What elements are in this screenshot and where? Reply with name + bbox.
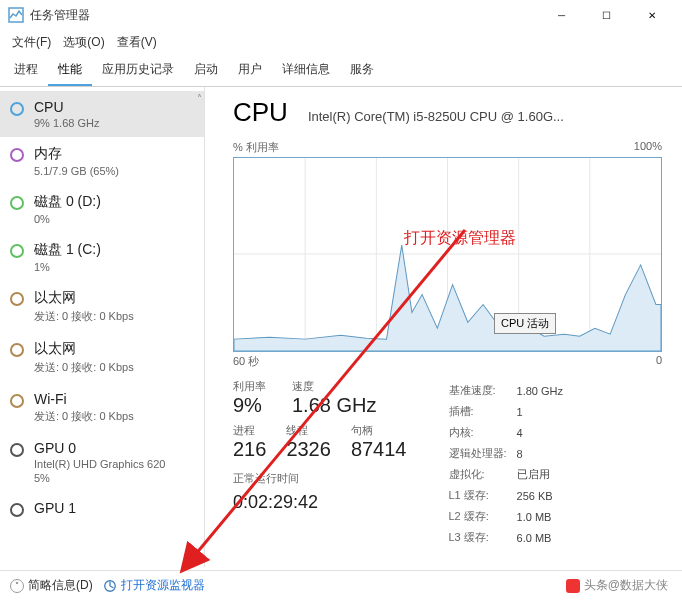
app-icon	[8, 7, 24, 23]
cpu-heading: CPU	[233, 97, 288, 128]
sidebar-item-title: 内存	[34, 145, 119, 163]
stat-block: 句柄87414	[351, 423, 407, 461]
sidebar-item-title: 以太网	[34, 289, 134, 307]
sidebar-item-5[interactable]: 以太网发送: 0 接收: 0 Kbps	[0, 332, 204, 383]
uptime-label: 正常运行时间	[233, 471, 407, 486]
menu-view[interactable]: 查看(V)	[113, 32, 161, 53]
cpu-graph[interactable]: 打开资源管理器 CPU 活动	[233, 157, 662, 352]
watermark: 头条@数据大侠	[566, 577, 668, 594]
tab-6[interactable]: 服务	[340, 55, 384, 86]
chevron-down-icon: ˅	[10, 579, 24, 593]
stat-block: 速度1.68 GHz	[292, 379, 376, 417]
sidebar-item-4[interactable]: 以太网发送: 0 接收: 0 Kbps	[0, 281, 204, 332]
watermark-logo-icon	[566, 579, 580, 593]
sidebar-item-2[interactable]: 磁盘 0 (D:)0%	[0, 185, 204, 233]
sidebar-item-1[interactable]: 内存5.1/7.9 GB (65%)	[0, 137, 204, 185]
sidebar-item-title: GPU 1	[34, 500, 76, 516]
sidebar-item-0[interactable]: CPU9% 1.68 GHz	[0, 91, 204, 137]
menu-options[interactable]: 选项(O)	[59, 32, 108, 53]
cpu-model: Intel(R) Core(TM) i5-8250U CPU @ 1.60G..…	[308, 109, 564, 124]
minimize-button[interactable]: ─	[539, 0, 584, 30]
sidebar-item-3[interactable]: 磁盘 1 (C:)1%	[0, 233, 204, 281]
graph-tooltip: CPU 活动	[494, 313, 556, 334]
sidebar-item-sub: Intel(R) UHD Graphics 620	[34, 458, 165, 470]
sidebar-item-sub: 5%	[34, 472, 165, 484]
x-axis-right: 0	[656, 354, 662, 369]
status-ring-icon	[10, 244, 24, 258]
sidebar-item-sub: 1%	[34, 261, 101, 273]
sidebar-item-title: 磁盘 1 (C:)	[34, 241, 101, 259]
sidebar-item-sub: 发送: 0 接收: 0 Kbps	[34, 309, 134, 324]
status-ring-icon	[10, 443, 24, 457]
close-button[interactable]: ✕	[629, 0, 674, 30]
tab-0[interactable]: 进程	[4, 55, 48, 86]
cpu-specs: 基准速度:1.80 GHz插槽:1内核:4逻辑处理器:8虚拟化:已启用L1 缓存…	[447, 379, 574, 549]
status-ring-icon	[10, 343, 24, 357]
sidebar-item-6[interactable]: Wi-Fi发送: 0 接收: 0 Kbps	[0, 383, 204, 432]
sidebar-item-sub: 发送: 0 接收: 0 Kbps	[34, 360, 134, 375]
stat-block: 进程216	[233, 423, 266, 461]
status-ring-icon	[10, 102, 24, 116]
tab-2[interactable]: 应用历史记录	[92, 55, 184, 86]
sidebar-item-8[interactable]: GPU 1	[0, 492, 204, 525]
status-ring-icon	[10, 503, 24, 517]
tab-1[interactable]: 性能	[48, 55, 92, 86]
sidebar-item-title: CPU	[34, 99, 99, 115]
sidebar-item-sub: 5.1/7.9 GB (65%)	[34, 165, 119, 177]
window-title: 任务管理器	[30, 7, 539, 24]
monitor-icon	[103, 579, 117, 593]
x-axis-left: 60 秒	[233, 354, 259, 369]
main-panel: CPU Intel(R) Core(TM) i5-8250U CPU @ 1.6…	[205, 87, 682, 567]
sidebar-item-title: GPU 0	[34, 440, 165, 456]
sidebar[interactable]: ˄ CPU9% 1.68 GHz内存5.1/7.9 GB (65%)磁盘 0 (…	[0, 87, 205, 567]
maximize-button[interactable]: ☐	[584, 0, 629, 30]
sidebar-item-sub: 9% 1.68 GHz	[34, 117, 99, 129]
sidebar-item-sub: 0%	[34, 213, 101, 225]
util-max: 100%	[634, 140, 662, 155]
tab-3[interactable]: 启动	[184, 55, 228, 86]
sidebar-item-7[interactable]: GPU 0Intel(R) UHD Graphics 6205%	[0, 432, 204, 492]
tabs: 进程性能应用历史记录启动用户详细信息服务	[0, 55, 682, 87]
resource-monitor-link[interactable]: 打开资源监视器	[103, 577, 205, 594]
stat-block: 利用率9%	[233, 379, 266, 417]
tab-5[interactable]: 详细信息	[272, 55, 340, 86]
tab-4[interactable]: 用户	[228, 55, 272, 86]
sidebar-item-title: 磁盘 0 (D:)	[34, 193, 101, 211]
annotation-text: 打开资源管理器	[404, 228, 516, 249]
menubar: 文件(F) 选项(O) 查看(V)	[0, 30, 682, 55]
stat-block: 线程2326	[286, 423, 331, 461]
status-ring-icon	[10, 394, 24, 408]
brief-info-button[interactable]: ˅ 简略信息(D)	[10, 577, 93, 594]
status-ring-icon	[10, 292, 24, 306]
uptime-value: 0:02:29:42	[233, 492, 407, 513]
status-ring-icon	[10, 196, 24, 210]
status-ring-icon	[10, 148, 24, 162]
menu-file[interactable]: 文件(F)	[8, 32, 55, 53]
scroll-up-icon[interactable]: ˄	[197, 93, 202, 104]
sidebar-item-title: 以太网	[34, 340, 134, 358]
util-label: % 利用率	[233, 140, 279, 155]
titlebar: 任务管理器 ─ ☐ ✕	[0, 0, 682, 30]
sidebar-item-sub: 发送: 0 接收: 0 Kbps	[34, 409, 134, 424]
sidebar-item-title: Wi-Fi	[34, 391, 134, 407]
